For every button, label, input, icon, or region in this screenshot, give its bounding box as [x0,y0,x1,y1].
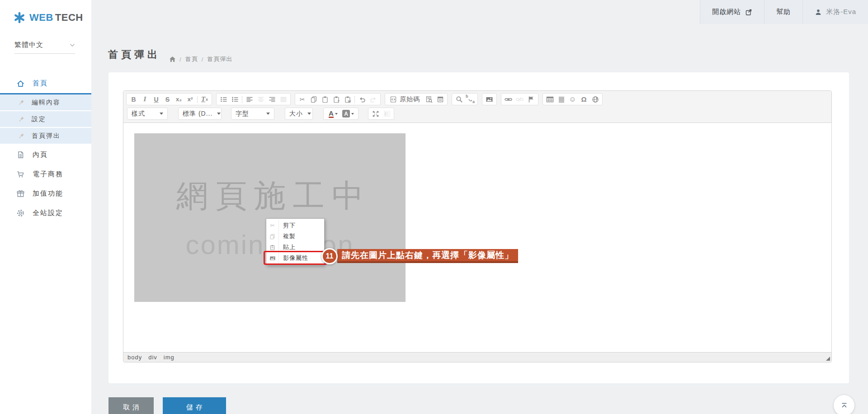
brand-name-secondary: TECH [55,12,83,23]
context-menu-item-paste[interactable]: 貼上 [266,242,324,253]
sidebar-item-home[interactable]: 首頁 [0,74,91,93]
link-icon[interactable] [503,94,514,104]
caret-down-icon [266,113,270,115]
anchor-flag-icon[interactable] [525,94,537,104]
format-combo-label: 標準 (D... [183,110,212,118]
remove-format-glyph: T [201,95,205,103]
context-menu-item-image-properties[interactable]: 影像屬性 [266,253,324,263]
italic-glyph: I [144,95,146,103]
help-button[interactable]: 幫助 [764,0,802,24]
user-menu[interactable]: 米洛-Eva [802,0,868,24]
editor-content-area[interactable]: 網頁施工中 coming soon ✂ 剪下 複製 [123,123,831,352]
styles-combo-label: 樣式 [132,110,145,118]
brand-logo[interactable]: WEBTECH [0,0,91,24]
sidebar-item-site-settings[interactable]: 全站設定 [0,203,91,223]
numbered-list-icon[interactable] [218,94,229,104]
toolbar-group-document: 原始碼 [385,93,448,105]
horizontal-rule-icon[interactable] [556,94,567,104]
toolbar-separator [354,96,355,103]
strikethrough-button[interactable]: S [162,94,173,104]
cancel-button[interactable]: 取消 [108,397,154,414]
sidebar-item-label: 加值功能 [33,189,63,198]
sidebar-item-edit-content[interactable]: 編輯內容 [0,94,91,110]
smiley-icon[interactable]: ☺ [567,94,578,104]
undo-icon[interactable] [356,94,368,104]
size-combo-label: 大小 [289,110,303,118]
paste-icon [266,242,279,253]
sidebar-item-home-popup[interactable]: 首頁彈出 [0,128,91,144]
underline-glyph: U [154,96,158,103]
path-element-body[interactable]: body [127,354,142,361]
annotation-step-badge: 11 [321,248,338,264]
open-site-button[interactable]: 開啟網站 [700,0,764,24]
paste-text-icon[interactable]: T [330,94,342,104]
paste-word-icon[interactable]: W [342,94,353,104]
smiley-glyph: ☺ [569,95,576,104]
show-blocks-icon[interactable] [381,108,392,119]
external-link-icon [745,9,752,16]
sidebar-item-label: 設定 [32,115,46,123]
iframe-globe-icon[interactable] [590,94,601,104]
editor-toolbar: B I U S x₂ x² Tx [123,91,831,123]
font-combo-label: 字型 [236,110,249,118]
bg-color-glyph: A [342,110,350,118]
toolbar-group-find: b a [452,93,478,105]
breadcrumb-home-icon[interactable] [169,56,176,62]
sidebar-item-settings[interactable]: 設定 [0,111,91,127]
context-menu-item-cut[interactable]: ✂ 剪下 [266,220,324,231]
user-name: 米洛-Eva [826,8,856,16]
align-right-icon[interactable] [266,94,278,104]
pin-icon [18,132,25,139]
bold-button[interactable]: B [128,94,139,104]
font-combo[interactable]: 字型 [231,108,274,120]
maximize-icon[interactable] [370,108,381,119]
copy-icon[interactable] [308,94,319,104]
styles-combo[interactable]: 樣式 [127,108,168,120]
cut-icon[interactable]: ✂ [297,94,308,104]
replace-a-glyph: a [472,99,475,104]
replace-icon[interactable]: b a [465,94,476,104]
save-button[interactable]: 儲存 [163,397,226,414]
size-combo[interactable]: 大小 [285,108,313,120]
sidebar-item-ecommerce[interactable]: 電子商務 [0,165,91,184]
align-left-icon[interactable] [244,94,255,104]
language-selector[interactable]: 繁體中文 [14,41,75,54]
bg-color-button[interactable]: A [340,108,356,119]
scroll-to-top-button[interactable] [834,395,854,414]
context-menu-item-copy[interactable]: 複製 [266,231,324,242]
text-color-button[interactable]: A [326,108,340,119]
editor-resize-handle[interactable] [826,357,830,361]
toolbar-group-basicstyles: B I U S x₂ x² Tx [126,93,212,105]
italic-button[interactable]: I [139,94,151,104]
caret-down-icon [307,113,311,115]
redo-icon[interactable] [368,94,379,104]
remove-format-button[interactable]: Tx [199,94,210,104]
search-icon[interactable] [453,94,465,104]
toolbar-row-2: 樣式 標準 (D... 字型 大小 A [126,108,829,120]
breadcrumb-link-home[interactable]: 首頁 [185,55,198,63]
help-label: 幫助 [776,8,791,16]
source-button[interactable]: 原始碼 [387,94,423,104]
unlink-icon[interactable] [514,94,525,104]
subscript-button[interactable]: x₂ [173,94,184,104]
format-combo[interactable]: 標準 (D... [178,108,222,120]
sidebar-item-inner-pages[interactable]: 內頁 [0,145,91,165]
placeholder-image[interactable]: 網頁施工中 coming soon [134,133,406,302]
templates-icon[interactable] [434,94,446,104]
sidebar-item-addons[interactable]: 加值功能 [0,184,91,203]
justify-icon[interactable] [278,94,289,104]
special-char-icon[interactable]: Ω [578,94,590,104]
underline-button[interactable]: U [151,94,162,104]
path-element-div[interactable]: div [148,354,157,361]
image-icon[interactable] [484,94,495,104]
bulleted-list-icon[interactable] [229,94,241,104]
path-element-img[interactable]: img [164,354,175,361]
paste-icon[interactable] [319,94,330,104]
superscript-button[interactable]: x² [184,94,196,104]
toolbar-group-clipboard: ✂ T W [295,93,381,105]
align-center-icon[interactable] [255,94,266,104]
page-title: 首頁彈出 [108,48,160,61]
preview-icon[interactable] [423,94,434,104]
table-icon[interactable] [544,94,556,104]
placeholder-headline: 網頁施工中 [169,175,371,217]
